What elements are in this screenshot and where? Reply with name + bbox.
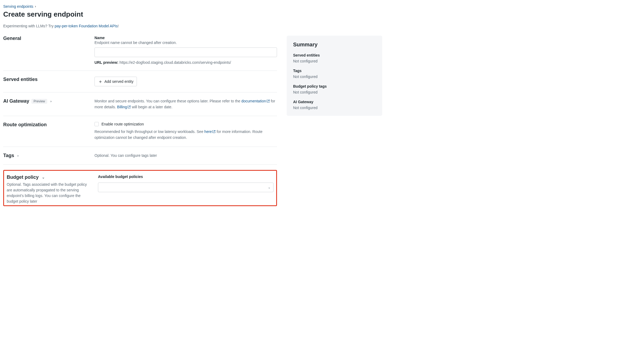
ai-gateway-heading-text: AI Gateway [3, 98, 29, 104]
route-optimization-description: Recommended for high throughput or low l… [94, 129, 277, 140]
endpoint-name-input[interactable] [94, 47, 277, 57]
url-preview-value: https://e2-dogfood.staging.cloud.databri… [119, 60, 231, 65]
route-optimization-here-link[interactable]: here [204, 129, 216, 134]
budget-policy-heading: Budget policy ⌄ [7, 174, 93, 180]
enable-route-optimization-checkbox[interactable] [94, 122, 99, 126]
billing-link-text: Billing [117, 105, 127, 109]
summary-value: Not configured [293, 106, 376, 110]
chevron-down-icon[interactable]: ⌄ [42, 175, 45, 179]
documentation-link[interactable]: documentation [241, 99, 270, 103]
ai-gateway-heading: AI Gateway Preview › [3, 98, 89, 104]
promo-prefix: Experimenting with LLMs? Try [3, 24, 54, 28]
summary-value: Not configured [293, 59, 376, 63]
summary-label: Tags [293, 69, 376, 73]
name-label: Name [94, 36, 277, 40]
documentation-link-text: documentation [241, 99, 266, 103]
billing-link[interactable]: Billing [117, 105, 131, 109]
page-title: Create serving endpoint [3, 10, 384, 18]
name-hint: Endpoint name cannot be changed after cr… [94, 40, 277, 45]
budget-policy-select[interactable]: ⌄ [98, 183, 274, 192]
url-preview-label: URL preview: [94, 60, 118, 65]
route-optimization-heading: Route optimization [3, 122, 89, 128]
ai-gateway-desc-1: Monitor and secure endpoints. You can co… [94, 99, 241, 103]
external-link-icon [127, 105, 131, 109]
tags-heading-text: Tags [3, 153, 14, 158]
chevron-right-icon[interactable]: › [17, 154, 19, 158]
breadcrumb: Serving endpoints › [3, 4, 384, 9]
summary-label: Budget policy tags [293, 84, 376, 88]
external-link-icon [212, 130, 216, 133]
section-tags: Tags › Optional. You can configure tags … [3, 147, 277, 165]
chevron-right-icon[interactable]: › [50, 99, 52, 103]
section-served-entities: Served entities ＋ Add served entity [3, 71, 277, 92]
tags-description: Optional. You can configure tags later [94, 153, 277, 159]
section-ai-gateway: AI Gateway Preview › Monitor and secure … [3, 92, 277, 116]
summary-item-tags: Tags Not configured [293, 69, 376, 79]
plus-icon: ＋ [98, 79, 103, 84]
budget-policy-description: Optional. Tags associated with the budge… [7, 182, 93, 204]
summary-label: AI Gateway [293, 100, 376, 104]
summary-item-served-entities: Served entities Not configured [293, 53, 376, 63]
foundation-model-link[interactable]: pay-per-token Foundation Model APIs [54, 24, 118, 28]
general-heading: General [3, 36, 89, 41]
served-entities-heading: Served entities [3, 77, 89, 82]
chevron-right-icon: › [35, 5, 36, 8]
here-link-text: here [204, 129, 212, 134]
external-link-icon [267, 99, 270, 103]
tags-heading: Tags › [3, 153, 89, 158]
summary-item-ai-gateway: AI Gateway Not configured [293, 100, 376, 110]
chevron-down-icon: ⌄ [268, 185, 271, 189]
section-general: General Name Endpoint name cannot be cha… [3, 36, 277, 71]
summary-value: Not configured [293, 75, 376, 79]
summary-panel: Summary Served entities Not configured T… [287, 36, 382, 116]
enable-route-optimization-label: Enable route optimization [101, 122, 144, 126]
ai-gateway-description: Monitor and secure endpoints. You can co… [94, 98, 277, 110]
ai-gateway-desc-3: will begin at a later date. [131, 105, 172, 109]
summary-label: Served entities [293, 53, 376, 57]
add-served-entity-label: Add served entity [104, 79, 133, 84]
route-opt-desc-1: Recommended for high throughput or low l… [94, 129, 204, 134]
budget-policy-highlight: Budget policy ⌄ Optional. Tags associate… [3, 170, 277, 206]
summary-heading: Summary [293, 42, 376, 48]
summary-item-budget-policy-tags: Budget policy tags Not configured [293, 84, 376, 94]
budget-policy-heading-text: Budget policy [7, 174, 39, 180]
promo-suffix: ! [118, 24, 119, 28]
available-budget-policies-label: Available budget policies [98, 174, 274, 179]
section-route-optimization: Route optimization Enable route optimiza… [3, 116, 277, 147]
breadcrumb-link-serving-endpoints[interactable]: Serving endpoints [3, 4, 33, 9]
preview-badge: Preview [31, 99, 47, 104]
add-served-entity-button[interactable]: ＋ Add served entity [94, 77, 137, 86]
summary-value: Not configured [293, 90, 376, 94]
llm-promo-text: Experimenting with LLMs? Try pay-per-tok… [3, 24, 384, 28]
section-budget-policy: Budget policy ⌄ Optional. Tags associate… [7, 174, 274, 204]
url-preview: URL preview: https://e2-dogfood.staging.… [94, 60, 277, 65]
